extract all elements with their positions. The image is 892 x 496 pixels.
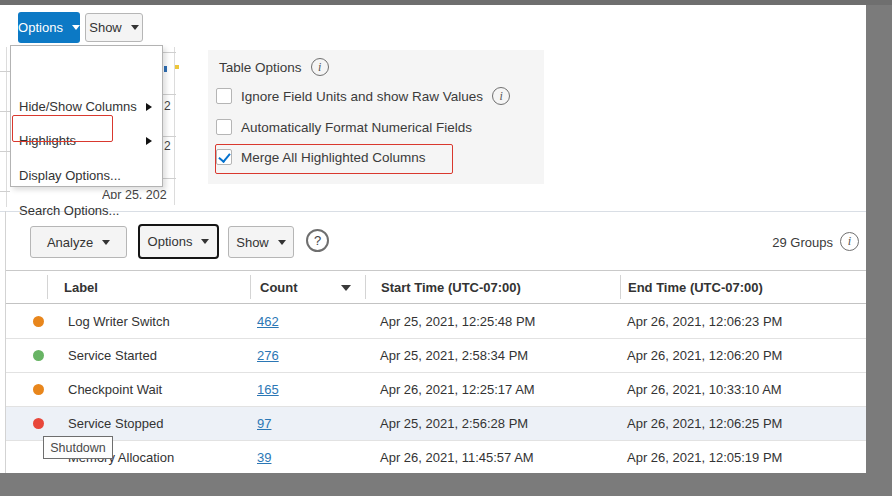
menu-item-label: Display Options... bbox=[19, 168, 121, 183]
menu-item-label: Highlights bbox=[19, 133, 76, 148]
status-dot-icon bbox=[33, 316, 44, 327]
checkbox-ignore-field-units[interactable] bbox=[216, 88, 232, 104]
menu-item-label: Hide/Show Columns bbox=[19, 99, 137, 114]
hidden-row-line bbox=[163, 94, 176, 95]
hidden-link-fragment bbox=[164, 66, 167, 72]
row-start-time: Apr 26, 2021, 12:25:17 AM bbox=[380, 382, 535, 397]
shutdown-tooltip: Shutdown bbox=[43, 436, 113, 459]
groups-info-icon[interactable]: i bbox=[840, 232, 859, 251]
table-body: Log Writer Switch 462 Apr 25, 2021, 12:2… bbox=[6, 305, 866, 475]
checkbox-label: Ignore Field Units and show Raw Values bbox=[241, 89, 483, 104]
column-header-label[interactable]: Label bbox=[64, 280, 98, 295]
checkbox-row-auto-format: Automatically Format Numerical Fields bbox=[216, 119, 472, 135]
window-top-edge bbox=[0, 0, 892, 5]
table-options-panel: Table Options i Ignore Field Units and s… bbox=[208, 50, 544, 184]
show-button-lower[interactable]: Show bbox=[228, 226, 294, 258]
row-start-time: Apr 25, 2021, 2:56:28 PM bbox=[380, 416, 528, 431]
status-dot-icon bbox=[33, 418, 44, 429]
info-icon[interactable]: i bbox=[492, 87, 510, 105]
checkbox-merge-highlighted[interactable] bbox=[216, 149, 232, 165]
help-icon[interactable]: ? bbox=[306, 229, 329, 252]
chevron-down-icon bbox=[201, 239, 209, 244]
table-row[interactable]: Checkpoint Wait 165 Apr 26, 2021, 12:25:… bbox=[6, 373, 866, 407]
hidden-row-line bbox=[0, 151, 10, 152]
submenu-arrow-icon bbox=[146, 137, 152, 145]
column-separator bbox=[47, 275, 48, 299]
table-row[interactable]: Memory Allocation 39 Apr 26, 2021, 11:45… bbox=[6, 441, 866, 475]
hidden-row-line bbox=[163, 52, 176, 53]
options-button-lower[interactable]: Options bbox=[138, 224, 219, 259]
row-start-time: Apr 25, 2021, 12:25:48 PM bbox=[380, 314, 535, 329]
panel-title-row: Table Options i bbox=[219, 58, 329, 76]
column-separator bbox=[365, 275, 366, 299]
column-separator bbox=[620, 275, 621, 299]
column-header-end-time[interactable]: End Time (UTC-07:00) bbox=[628, 280, 763, 295]
row-end-time: Apr 26, 2021, 12:06:25 PM bbox=[627, 416, 782, 431]
show-button-label: Show bbox=[236, 235, 269, 250]
performance-hub-screen: Options Show 2 2 Apr 25, 202 Hide/Show C… bbox=[0, 0, 892, 496]
window-right-edge bbox=[866, 0, 892, 496]
row-end-time: Apr 26, 2021, 12:06:20 PM bbox=[627, 348, 782, 363]
row-end-time: Apr 26, 2021, 10:33:10 AM bbox=[627, 382, 782, 397]
menu-item-label: Search Options... bbox=[19, 203, 119, 218]
hidden-row-line bbox=[163, 178, 176, 179]
analyze-button[interactable]: Analyze bbox=[30, 226, 127, 258]
options-button-top[interactable]: Options bbox=[18, 12, 80, 43]
status-dot-icon bbox=[33, 384, 44, 395]
count-link[interactable]: 462 bbox=[257, 314, 279, 329]
show-button-label: Show bbox=[89, 20, 122, 35]
count-link[interactable]: 39 bbox=[257, 450, 271, 465]
options-button-label: Options bbox=[148, 234, 193, 249]
hidden-row-line bbox=[0, 71, 10, 72]
hidden-row-line bbox=[163, 136, 176, 137]
table-row[interactable]: Service Stopped 97 Apr 25, 2021, 2:56:28… bbox=[6, 407, 866, 441]
submenu-arrow-icon bbox=[146, 103, 152, 111]
window-bottom-edge bbox=[0, 473, 866, 496]
row-label: Log Writer Switch bbox=[68, 314, 170, 329]
column-header-start-time[interactable]: Start Time (UTC-07:00) bbox=[381, 280, 521, 295]
row-end-time: Apr 26, 2021, 12:06:23 PM bbox=[627, 314, 782, 329]
options-dropdown-menu: Hide/Show Columns Highlights Display Opt… bbox=[10, 45, 163, 187]
chevron-down-icon bbox=[278, 240, 286, 245]
row-label: Checkpoint Wait bbox=[68, 382, 162, 397]
checkbox-row-ignore-field-units: Ignore Field Units and show Raw Values i bbox=[216, 87, 510, 105]
checkbox-label: Merge All Highlighted Columns bbox=[241, 150, 426, 165]
menu-item-display-options[interactable]: Display Options... bbox=[11, 166, 162, 186]
count-link[interactable]: 165 bbox=[257, 382, 279, 397]
hidden-row-line bbox=[0, 111, 10, 112]
count-link[interactable]: 276 bbox=[257, 348, 279, 363]
hidden-row-line bbox=[0, 191, 10, 192]
menu-item-highlights[interactable]: Highlights bbox=[11, 131, 162, 151]
chevron-down-icon bbox=[131, 25, 139, 30]
options-button-label: Options bbox=[18, 20, 63, 35]
column-header-count[interactable]: Count bbox=[260, 280, 298, 295]
row-end-time: Apr 26, 2021, 12:05:19 PM bbox=[627, 450, 782, 465]
table-header: Label Count Start Time (UTC-07:00) End T… bbox=[6, 270, 866, 304]
row-label: Service Started bbox=[68, 348, 157, 363]
menu-item-hide-show-columns[interactable]: Hide/Show Columns bbox=[11, 97, 162, 117]
checkbox-auto-format[interactable] bbox=[216, 119, 232, 135]
hidden-highlight-fragment bbox=[175, 65, 179, 69]
hidden-date-fragment: Apr 25, 202 bbox=[102, 188, 167, 199]
panel-title: Table Options bbox=[219, 60, 302, 75]
table-row[interactable]: Log Writer Switch 462 Apr 25, 2021, 12:2… bbox=[6, 305, 866, 339]
hidden-text-fragment: 2 bbox=[164, 139, 171, 153]
analyze-button-label: Analyze bbox=[47, 235, 93, 250]
hidden-text-fragment: 2 bbox=[164, 99, 171, 113]
count-link[interactable]: 97 bbox=[257, 416, 271, 431]
sort-descending-icon[interactable] bbox=[341, 285, 351, 291]
tooltip-text: Shutdown bbox=[50, 441, 106, 455]
show-button-top[interactable]: Show bbox=[85, 13, 143, 42]
checkbox-row-merge-highlighted: Merge All Highlighted Columns bbox=[216, 149, 426, 165]
hidden-table-right-border bbox=[174, 47, 175, 205]
info-icon[interactable]: i bbox=[311, 58, 329, 76]
row-start-time: Apr 25, 2021, 2:58:34 PM bbox=[380, 348, 528, 363]
status-dot-icon bbox=[33, 350, 44, 361]
row-start-time: Apr 26, 2021, 11:45:57 AM bbox=[380, 450, 534, 465]
table-row[interactable]: Service Started 276 Apr 25, 2021, 2:58:3… bbox=[6, 339, 866, 373]
groups-count: 29 Groups bbox=[700, 235, 833, 250]
menu-item-search-options[interactable]: Search Options... bbox=[11, 201, 162, 221]
row-label: Service Stopped bbox=[68, 416, 163, 431]
checkbox-label: Automatically Format Numerical Fields bbox=[241, 120, 472, 135]
chevron-down-icon bbox=[72, 25, 80, 30]
